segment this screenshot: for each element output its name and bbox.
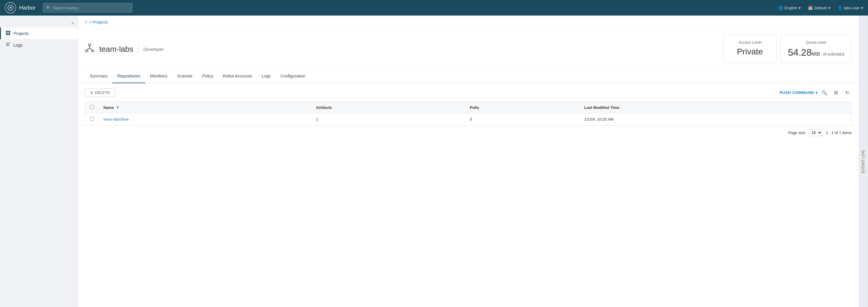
sidebar-toggle-button[interactable]: «: [0, 18, 78, 28]
row-last-modified-cell: 1/1/24, 10:20 AM: [579, 113, 851, 125]
pulls-value: 0: [470, 117, 472, 121]
default-label: Default: [814, 6, 827, 10]
search-icon: 🔍: [822, 90, 827, 95]
language-selector[interactable]: 🌐 English ▾: [778, 6, 801, 10]
project-header: team-labs Developer Access Level Private…: [78, 29, 859, 69]
svg-rect-10: [91, 50, 94, 52]
project-network-icon: [85, 44, 94, 55]
tab-configuration[interactable]: Configuration: [276, 69, 310, 83]
logs-icon: [6, 42, 10, 48]
app-logo[interactable]: Harbor: [5, 2, 36, 13]
pulls-column-label: Pulls: [470, 105, 479, 110]
table-header-last-modified: Last Modified Time: [579, 102, 851, 113]
quota-label: Quota used: [788, 40, 844, 45]
delete-label: DELETE: [95, 90, 110, 95]
row-checkbox[interactable]: [90, 117, 94, 120]
page-size-label: Page size: [788, 131, 805, 135]
tab-robot-accounts[interactable]: Robot Accounts: [218, 69, 257, 83]
repository-link[interactable]: team-labs/blue: [103, 117, 129, 121]
globe-icon: 🌐: [778, 6, 783, 10]
name-column-label: Name: [103, 105, 114, 110]
repositories-table: Name ▼ Artifacts Pulls Last Modified Tim…: [85, 102, 851, 125]
tab-summary[interactable]: Summary: [85, 69, 113, 83]
breadcrumb-label: < Projects: [89, 20, 108, 25]
event-log-label: EVENT LOG: [861, 149, 865, 173]
main-layout: « Projects Logs: [0, 16, 868, 307]
svg-rect-3: [6, 33, 8, 35]
row-artifacts-cell: 1: [311, 113, 465, 125]
select-all-checkbox[interactable]: [90, 105, 94, 109]
push-command-button[interactable]: PUSH COMMAND ▾: [779, 90, 817, 95]
svg-rect-8: [89, 44, 91, 46]
table-header-name: Name ▼: [99, 102, 311, 113]
row-checkbox-cell: [85, 113, 99, 125]
artifacts-value: 1: [316, 117, 318, 121]
back-arrow-icon: <: [85, 20, 87, 25]
tab-policy[interactable]: Policy: [197, 69, 218, 83]
logo-icon: [5, 2, 16, 13]
projects-icon: [6, 30, 10, 36]
tab-members[interactable]: Members: [145, 69, 172, 83]
user-label: labs-user: [844, 6, 860, 10]
delete-x-icon: ✕: [90, 90, 93, 95]
row-name-cell: team-labs/blue: [99, 113, 311, 125]
svg-rect-4: [8, 33, 10, 35]
app-name: Harbor: [19, 5, 36, 11]
push-command-label: PUSH COMMAND: [779, 90, 814, 95]
sidebar-item-projects-label: Projects: [13, 31, 29, 36]
quota-value: 54.28MiB of unlimited: [788, 47, 844, 58]
user-menu[interactable]: 👤 labs-user ▾: [838, 6, 863, 10]
svg-rect-1: [6, 31, 8, 33]
default-selector[interactable]: 📅 Default ▾: [808, 6, 830, 10]
delete-button[interactable]: ✕ DELETE: [85, 88, 115, 97]
repositories-toolbar: ✕ DELETE PUSH COMMAND ▾ 🔍 ⊞ ↻: [78, 83, 859, 102]
toolbar-right: PUSH COMMAND ▾ 🔍 ⊞ ↻: [779, 88, 851, 97]
svg-rect-6: [6, 44, 9, 45]
project-role: Developer: [143, 47, 163, 52]
language-chevron-icon: ▾: [799, 6, 801, 10]
tab-repositories[interactable]: Repositories: [113, 69, 145, 83]
name-filter-icon[interactable]: ▼: [116, 105, 119, 110]
grid-list-icon: ⊞: [834, 90, 838, 95]
tab-scanner[interactable]: Scanner: [172, 69, 197, 83]
sidebar-item-projects[interactable]: Projects: [0, 28, 78, 39]
search-icon: 🔍: [46, 6, 51, 10]
svg-line-13: [90, 48, 93, 50]
svg-rect-5: [6, 43, 10, 44]
quota-card: Quota used 54.28MiB of unlimited: [780, 35, 851, 63]
project-header-left: team-labs Developer: [85, 44, 164, 55]
pagination: Page size 15 25 50 1 - 1 of 1 items: [78, 125, 859, 140]
event-log-tab[interactable]: EVENT LOG: [859, 16, 868, 307]
refresh-button[interactable]: ↻: [843, 88, 851, 97]
default-chevron-icon: ▾: [828, 6, 830, 10]
svg-rect-2: [8, 31, 10, 33]
search-bar[interactable]: 🔍 Search Harbor...: [43, 3, 132, 12]
top-nav-right: 🌐 English ▾ 📅 Default ▾ 👤 labs-user ▾: [778, 6, 863, 10]
tab-logs[interactable]: Logs: [257, 69, 276, 83]
table-header-pulls: Pulls: [465, 102, 580, 113]
sidebar-item-logs[interactable]: Logs: [0, 39, 78, 51]
repositories-table-container: Name ▼ Artifacts Pulls Last Modified Tim…: [78, 102, 859, 125]
table-header-artifacts: Artifacts: [311, 102, 465, 113]
user-icon: 👤: [838, 6, 842, 10]
access-level-label: Access Level: [731, 40, 769, 45]
collapse-icon: «: [71, 20, 74, 25]
table-row: team-labs/blue 1 0 1/1/24, 10:20 AM: [85, 113, 851, 125]
sidebar-item-logs-label: Logs: [13, 43, 23, 48]
table-header-checkbox-cell: [85, 102, 99, 113]
access-level-value: Private: [731, 47, 769, 57]
svg-rect-7: [6, 45, 9, 46]
search-toggle-button[interactable]: 🔍: [820, 88, 829, 97]
content-area: < < Projects team-labs: [78, 16, 859, 307]
language-label: English: [785, 6, 798, 10]
sidebar: « Projects Logs: [0, 16, 78, 307]
breadcrumb: < < Projects: [78, 16, 859, 29]
tabs-bar: Summary Repositories Members Scanner Pol…: [78, 69, 859, 83]
view-toggle-button[interactable]: ⊞: [831, 88, 840, 97]
breadcrumb-link[interactable]: < < Projects: [85, 20, 851, 25]
user-chevron-icon: ▾: [861, 6, 863, 10]
project-info-cards: Access Level Private Quota used 54.28MiB…: [723, 35, 851, 63]
svg-rect-9: [86, 50, 88, 52]
access-level-card: Access Level Private: [723, 35, 777, 63]
page-size-selector[interactable]: 15 25 50: [809, 129, 822, 136]
